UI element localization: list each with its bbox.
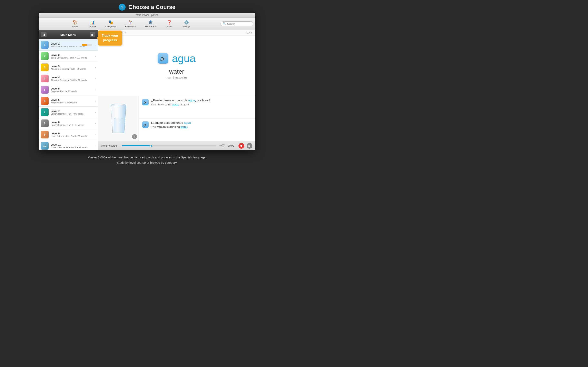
level-arrow-1: › (95, 43, 96, 47)
level-item-4[interactable]: 4Level 4Absolute Beginner Part II • 82 w… (39, 73, 98, 84)
toolbar-categories-label: Categories (105, 25, 116, 28)
level-arrow-10: › (95, 144, 96, 147)
sentence-spanish-2: La mujer está bebiendo agua (151, 121, 191, 124)
word-type: noun | masculine (166, 76, 187, 79)
title-bar: Word Power Spanish (39, 13, 255, 18)
settings-icon: ⚙️ (184, 20, 189, 25)
level-sub-5: Beginner Part I • 96 words (51, 90, 95, 92)
toolbar-item-home[interactable]: 🏠 Home (69, 19, 81, 29)
level-thumb-9: 9 (41, 131, 49, 138)
level-arrow-9: › (95, 133, 96, 136)
example-image: + (98, 96, 139, 141)
sentence-content-2: La mujer está bebiendo agua The woman is… (151, 121, 191, 128)
glass-svg (105, 103, 132, 134)
flashcards-icon: 🃏 (128, 20, 133, 25)
level-thumb-2: 2 (41, 52, 49, 60)
zoom-button[interactable]: + (132, 134, 137, 139)
sentence-content-1: ¿Puede darme un poco de agua, por favor?… (151, 99, 210, 106)
toolbar-item-courses[interactable]: 📊 Courses (86, 19, 98, 29)
toolbar-home-label: Home (72, 25, 78, 28)
level-item-7[interactable]: 7Level 7Upper Beginner Part I • 90 words… (39, 107, 98, 118)
toolbar-search[interactable]: 🔍 (221, 21, 253, 26)
example-sentences: 🔊 ¿Puede darme un poco de agua, por favo… (139, 96, 255, 141)
level-arrow-3: › (95, 66, 96, 69)
step-badge: 1 (119, 4, 126, 11)
svg-point-1 (119, 122, 120, 123)
recorder-record-button[interactable] (238, 143, 244, 149)
sidebar-back-button[interactable]: ◀ (41, 32, 47, 37)
level-arrow-4: › (95, 77, 96, 80)
level-list: 1Level 1Basic Vocabulary Part I • 87 wor… (39, 39, 98, 150)
level-info-8: Level 8Upper Beginner Part II • 97 words (51, 121, 95, 126)
level-item-6[interactable]: 6Level 6Beginner Part II • 99 words› (39, 95, 98, 107)
level-item-1[interactable]: 1Level 1Basic Vocabulary Part I • 87 wor… (39, 39, 98, 50)
word-top: 🔊 agua (158, 52, 196, 64)
word-speaker-button[interactable]: 🔊 (158, 53, 168, 64)
search-input[interactable] (227, 22, 252, 25)
window-title-label: Word Power Spanish (136, 14, 159, 17)
level-item-10[interactable]: 10Level 10Lower Intermediate Part II • 9… (39, 140, 98, 150)
level-info-4: Level 4Absolute Beginner Part II • 82 wo… (51, 76, 95, 81)
toolbar-item-categories[interactable]: 🎭 Categories (103, 19, 118, 29)
level-item-3[interactable]: 3Level 3Absolute Beginner Part I • 89 wo… (39, 62, 98, 73)
level-item-2[interactable]: 2Level 2Basic Vocabulary Part II • 100 w… (39, 50, 98, 62)
sentence-highlight-1: agua (188, 99, 195, 102)
level-info-2: Level 2Basic Vocabulary Part II • 100 wo… (51, 53, 95, 59)
sentence-en-highlight-1: water (172, 103, 178, 106)
recorder-knob[interactable] (150, 145, 153, 147)
home-icon: 🏠 (72, 20, 77, 25)
footer-line1: Master 2,000+ of the most frequently use… (0, 155, 294, 160)
level-info-7: Level 7Upper Beginner Part I • 90 words (51, 109, 95, 115)
sidebar: ◀ Main Menu ▶ 1Level 1Basic Vocabulary P… (39, 30, 98, 150)
toolbar-flashcards-label: Flashcards (125, 25, 136, 28)
sentence-speaker-2[interactable]: 🔊 (142, 121, 149, 128)
progress-wrap-1 (82, 44, 92, 46)
sentence-row-1: 🔊 ¿Puede darme un poco de agua, por favo… (139, 96, 255, 118)
level-sub-10: Lower Intermediate Part II • 97 words (51, 146, 95, 149)
sidebar-forward-button[interactable]: ▶ (90, 32, 95, 37)
level-info-3: Level 3Absolute Beginner Part I • 89 wor… (51, 65, 95, 70)
example-section: + 🔊 ¿Puede darme un poco de agua, por fa… (98, 96, 255, 141)
sentence-speaker-1[interactable]: 🔊 (142, 99, 149, 105)
level-thumb-3: 3 (41, 63, 49, 71)
word-spanish: agua (172, 52, 196, 64)
level-info-6: Level 6Beginner Part II • 99 words (51, 98, 95, 104)
level-sub-9: Lower Intermediate Part I • 98 words (51, 135, 95, 137)
level-name-7: Level 7 (51, 109, 95, 113)
level-sub-2: Basic Vocabulary Part II • 100 words (51, 57, 95, 59)
level-arrow-6: › (95, 99, 96, 103)
sentence-speaker-2-icon: 🔊 (143, 123, 147, 127)
toolbar-item-settings[interactable]: ⚙️ Settings (180, 19, 192, 29)
recorder-progress-bar[interactable] (122, 145, 216, 146)
sentence-row-2: 🔊 La mujer está bebiendo agua The woman … (139, 118, 255, 141)
recorder-time: 00:00 (228, 144, 236, 147)
level-thumb-6: 6 (41, 97, 49, 105)
level-info-5: Level 5Beginner Part I • 96 words (51, 87, 95, 92)
level-arrow-5: › (95, 88, 96, 91)
level-name-9: Level 9 (51, 132, 95, 135)
progress-inner-1 (82, 44, 87, 46)
level-arrow-8: › (95, 122, 96, 125)
level-arrow-7: › (95, 110, 96, 114)
tooltip-bubble: Track yourprogress (98, 31, 122, 45)
footer-line2: Study by level course or browse by categ… (0, 160, 294, 165)
level-sub-8: Upper Beginner Part II • 97 words (51, 124, 95, 126)
recorder-label: Voice Recorder (101, 144, 119, 147)
courses-icon: 📊 (90, 20, 95, 25)
toolbar-settings-label: Settings (182, 25, 190, 28)
toolbar-item-wordbank[interactable]: 🏦 Word Bank (143, 19, 158, 29)
toolbar-item-about[interactable]: ❓ About (163, 19, 175, 29)
level-item-9[interactable]: 9Level 9Lower Intermediate Part I • 98 w… (39, 129, 98, 140)
sentence-english-1: Can I have some water, please? (151, 103, 210, 106)
about-icon: ❓ (167, 20, 172, 25)
level-item-8[interactable]: 8Level 8Upper Beginner Part II • 97 word… (39, 118, 98, 129)
sidebar-header: ◀ Main Menu ▶ (39, 30, 98, 39)
level-item-5[interactable]: 5Level 5Beginner Part I • 96 words› (39, 84, 98, 95)
recorder-play-button[interactable]: ▶ (247, 143, 252, 149)
level-name-3: Level 3 (51, 65, 95, 68)
record-icon (240, 145, 242, 147)
toolbar-item-flashcards[interactable]: 🃏 Flashcards (123, 19, 138, 29)
toolbar-nav: 🏠 Home 📊 Courses 🎭 Categories 🃏 Flashcar… (41, 19, 221, 29)
level-sub-6: Beginner Part II • 99 words (51, 101, 95, 104)
level-name-10: Level 10 (51, 143, 95, 146)
